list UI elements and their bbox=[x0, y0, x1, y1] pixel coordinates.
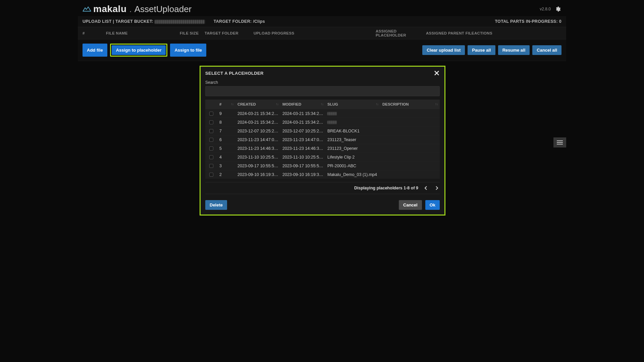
chevron-right-icon bbox=[435, 186, 438, 190]
row-created: 2023-12-07 10:25:25.92 bbox=[235, 129, 280, 133]
row-checkbox[interactable] bbox=[209, 146, 213, 150]
action-toolbar: Add file Assign to placeholder Assign to… bbox=[78, 40, 566, 61]
hamburger-icon bbox=[557, 140, 563, 144]
table-row[interactable]: 72023-12-07 10:25:25.922023-12-07 10:25:… bbox=[205, 126, 440, 135]
row-created: 2024-03-21 15:34:22.787 bbox=[235, 120, 280, 125]
row-modified: 2024-03-21 15:34:22.787 bbox=[280, 120, 325, 125]
placeholder-table: #↑↓ CREATED↑↓ MODIFIED↑↓ SLUG↑↓ DESCRIPT… bbox=[205, 100, 440, 179]
sort-icon: ↑↓ bbox=[231, 102, 233, 106]
pager-next-button[interactable] bbox=[434, 185, 440, 191]
row-modified: 2024-03-21 15:34:22.887 bbox=[280, 111, 325, 116]
makalu-icon bbox=[83, 6, 91, 12]
resume-all-button[interactable]: Resume all bbox=[498, 45, 530, 55]
row-checkbox[interactable] bbox=[209, 155, 213, 159]
row-created: 2023-11-23 14:46:36.097 bbox=[235, 146, 280, 151]
brand-name: makalu bbox=[93, 4, 127, 14]
total-parts-label: TOTAL PARTS IN-PROGRESS: bbox=[495, 19, 558, 24]
table-row[interactable]: 32023-09-17 10:55:54.6172023-09-17 10:55… bbox=[205, 161, 440, 170]
assign-to-file-button[interactable]: Assign to file bbox=[170, 44, 206, 57]
modal-close-button[interactable] bbox=[434, 70, 440, 76]
row-checkbox[interactable] bbox=[209, 138, 213, 142]
col-target-folder: TARGET FOLDER bbox=[205, 31, 254, 35]
pause-all-button[interactable]: Pause all bbox=[468, 45, 495, 55]
row-checkbox[interactable] bbox=[209, 120, 213, 124]
row-slug: 231123_Opener bbox=[327, 146, 358, 151]
total-parts-value: 0 bbox=[559, 19, 561, 24]
row-slug: Lifestyle Clip 2 bbox=[327, 155, 355, 160]
upload-list-label: UPLOAD LIST | TARGET BUCKET: bbox=[83, 19, 153, 24]
col-upload-progress: UPLOAD PROGRESS bbox=[254, 31, 376, 35]
settings-button[interactable] bbox=[554, 5, 561, 13]
table-row[interactable]: 92024-03-21 15:34:22.8872024-03-21 15:34… bbox=[205, 109, 440, 118]
table-row[interactable]: 42023-11-10 10:25:55.022023-11-10 10:25:… bbox=[205, 153, 440, 161]
target-folder-label: TARGET FOLDER: bbox=[214, 19, 252, 24]
row-slug: Makalu_Demo_03 (1).mp4 bbox=[327, 172, 377, 177]
app-logo: makalu . AssetUploader bbox=[83, 4, 192, 14]
row-created: 2023-11-23 14:47:08.36 bbox=[235, 137, 280, 142]
row-modified: 2023-11-10 10:25:55.02 bbox=[280, 155, 325, 160]
table-row[interactable]: 62023-11-23 14:47:08.362023-11-23 14:47:… bbox=[205, 135, 440, 144]
search-input[interactable] bbox=[206, 86, 439, 96]
info-bar: UPLOAD LIST | TARGET BUCKET: TARGET FOLD… bbox=[78, 16, 566, 27]
row-num: 6 bbox=[217, 137, 235, 142]
row-modified: 2023-09-17 10:55:54.617 bbox=[280, 164, 325, 168]
target-bucket-value-redacted bbox=[155, 20, 205, 24]
table-row[interactable]: 52023-11-23 14:46:36.0972023-11-23 14:46… bbox=[205, 144, 440, 153]
slug-redacted bbox=[327, 121, 337, 124]
gear-icon bbox=[555, 6, 561, 12]
row-created: 2024-03-21 15:34:22.887 bbox=[235, 111, 280, 116]
row-checkbox[interactable] bbox=[209, 112, 213, 116]
cancel-button[interactable]: Cancel bbox=[399, 200, 422, 210]
col-assigned-placeholder: ASSIGNED PLACEHOLDER bbox=[376, 29, 426, 37]
row-num: 2 bbox=[217, 172, 235, 177]
version-label: v2.8.0 bbox=[540, 7, 551, 11]
search-label: Search bbox=[201, 78, 444, 86]
row-created: 2023-11-10 10:25:55.02 bbox=[235, 155, 280, 160]
row-num: 9 bbox=[217, 111, 235, 116]
cancel-all-button[interactable]: Cancel all bbox=[532, 45, 561, 55]
brand-dot: . bbox=[129, 4, 132, 14]
row-checkbox[interactable] bbox=[209, 129, 213, 133]
row-modified: 2023-11-23 14:46:36.097 bbox=[280, 146, 325, 151]
clear-upload-list-button[interactable]: Clear upload list bbox=[422, 45, 465, 55]
row-checkbox[interactable] bbox=[209, 173, 213, 177]
pcol-slug[interactable]: SLUG↑↓ bbox=[325, 102, 380, 106]
add-file-button[interactable]: Add file bbox=[83, 44, 107, 57]
row-modified: 2023-11-23 14:47:08.36 bbox=[280, 137, 325, 142]
pcol-created[interactable]: CREATED↑↓ bbox=[235, 102, 280, 106]
table-row[interactable]: 22023-09-10 16:19:31.672023-09-10 16:19:… bbox=[205, 170, 440, 179]
row-num: 4 bbox=[217, 155, 235, 160]
col-hash: # bbox=[83, 31, 106, 35]
pager-prev-button[interactable] bbox=[423, 185, 429, 191]
side-panel-toggle[interactable] bbox=[553, 137, 566, 147]
select-placeholder-modal: SELECT A PLACEHOLDER Search #↑↓ CREATED↑… bbox=[200, 66, 445, 216]
slug-redacted bbox=[327, 112, 337, 115]
row-modified: 2023-12-07 10:25:25.92 bbox=[280, 129, 325, 133]
sort-icon: ↑↓ bbox=[435, 102, 438, 106]
row-checkbox[interactable] bbox=[209, 164, 213, 168]
pcol-num[interactable]: #↑↓ bbox=[217, 102, 235, 106]
close-icon bbox=[434, 71, 439, 75]
row-num: 3 bbox=[217, 164, 235, 168]
delete-button[interactable]: Delete bbox=[205, 200, 227, 210]
row-created: 2023-09-10 16:19:31.67 bbox=[235, 172, 280, 177]
row-slug: BREAK-BLOCK1 bbox=[327, 129, 360, 133]
row-num: 5 bbox=[217, 146, 235, 151]
sort-icon: ↑↓ bbox=[321, 102, 323, 106]
pager: Displaying placeholders 1-8 of 9 bbox=[205, 182, 440, 194]
row-slug: 231123_Teaser bbox=[327, 137, 356, 142]
col-assigned-parent: ASSIGNED PARENT FILE bbox=[426, 31, 474, 35]
search-field-wrap bbox=[205, 86, 440, 96]
ok-button[interactable]: Ok bbox=[425, 200, 440, 210]
pcol-description[interactable]: DESCRIPTION↑↓ bbox=[380, 102, 440, 106]
pcol-modified[interactable]: MODIFIED↑↓ bbox=[280, 102, 325, 106]
col-file-name: FILE NAME bbox=[106, 31, 180, 35]
pager-status: Displaying placeholders 1-8 of 9 bbox=[354, 186, 418, 190]
row-created: 2023-09-17 10:55:54.617 bbox=[235, 164, 280, 168]
placeholder-table-header: #↑↓ CREATED↑↓ MODIFIED↑↓ SLUG↑↓ DESCRIPT… bbox=[205, 100, 440, 109]
assign-to-placeholder-button[interactable]: Assign to placeholder bbox=[112, 45, 166, 55]
table-row[interactable]: 82024-03-21 15:34:22.7872024-03-21 15:34… bbox=[205, 118, 440, 126]
sort-icon: ↑↓ bbox=[376, 102, 378, 106]
assign-placeholder-highlight: Assign to placeholder bbox=[110, 44, 168, 57]
upload-table-header: # FILE NAME FILE SIZE TARGET FOLDER UPLO… bbox=[78, 27, 566, 40]
